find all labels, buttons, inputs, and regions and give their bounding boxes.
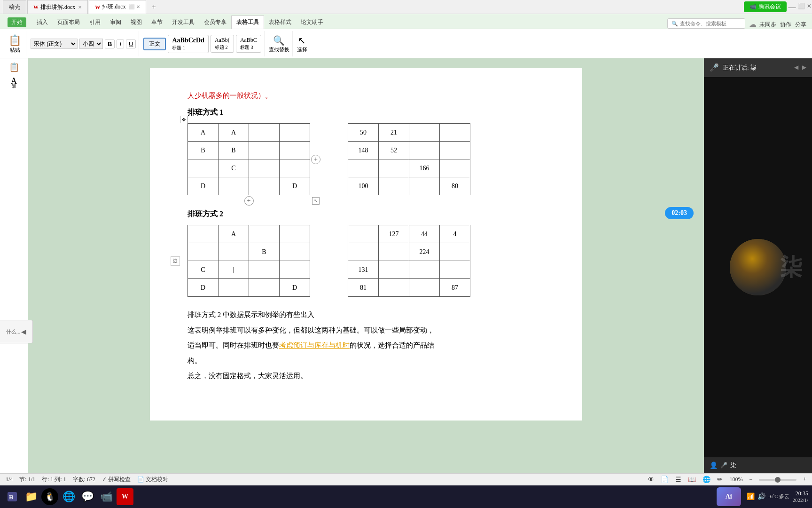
table-cell[interactable] — [379, 279, 409, 297]
paste-btn[interactable]: 📋 粘贴 — [7, 33, 23, 55]
italic-btn[interactable]: I — [117, 40, 124, 48]
ribbon-tab-ref[interactable]: 引用 — [85, 16, 105, 29]
table-cell[interactable] — [249, 225, 280, 243]
ribbon-tab-paper[interactable]: 论文助手 — [296, 16, 328, 29]
table-cell[interactable] — [379, 177, 409, 195]
table-cell[interactable] — [440, 124, 470, 142]
table-cell[interactable] — [280, 124, 310, 142]
ribbon-tab-insert[interactable]: 插入 — [32, 16, 53, 29]
taskbar-icon-wps[interactable]: W — [117, 488, 133, 505]
notification-panel[interactable]: 什么... ◀ — [0, 320, 33, 343]
arrow-left-icon[interactable]: ◀ — [794, 64, 798, 71]
table-cell[interactable]: A — [219, 124, 249, 142]
font-select[interactable]: 宋体 (正文) — [31, 39, 78, 49]
table-cell[interactable]: 52 — [379, 142, 409, 159]
table-cell[interactable]: 166 — [409, 159, 440, 177]
table-cell[interactable] — [379, 243, 409, 261]
table-cell[interactable]: C — [188, 261, 219, 279]
close-icon-1[interactable]: ✕ — [78, 5, 82, 10]
sync-btn[interactable]: 未同步 — [759, 21, 776, 29]
zoom-in-btn[interactable]: + — [803, 476, 806, 483]
table-cell[interactable]: B — [219, 142, 249, 159]
search-command[interactable]: 🔍 — [667, 18, 745, 29]
table-cell[interactable] — [409, 142, 440, 159]
table-cell[interactable] — [348, 243, 379, 261]
resize-handle[interactable]: ⤡ — [312, 197, 320, 205]
table-cell[interactable] — [348, 159, 379, 177]
table-cell[interactable] — [219, 279, 249, 297]
table-cell[interactable]: 80 — [440, 177, 470, 195]
ribbon-tab-review[interactable]: 审阅 — [105, 16, 126, 29]
table-cell[interactable] — [379, 159, 409, 177]
table-cell[interactable] — [280, 159, 310, 177]
select-btn[interactable]: ↖ 选择 — [297, 35, 307, 53]
table-cell[interactable]: | — [219, 261, 249, 279]
style-heading2[interactable]: AaBb( 标题 2 — [211, 35, 234, 53]
sidebar-paste[interactable]: 📋 — [9, 62, 19, 72]
bold-btn[interactable]: B — [105, 40, 115, 48]
share-btn[interactable]: 分享 — [795, 21, 806, 29]
table-cell[interactable] — [280, 225, 310, 243]
table-cell[interactable]: 44 — [409, 225, 440, 243]
proofreading-btn[interactable]: 📄 文档校对 — [137, 476, 168, 484]
ribbon-tab-start[interactable]: 开始 — [2, 16, 32, 29]
zoom-out-btn[interactable]: − — [749, 476, 752, 483]
doc-link[interactable]: 考虑预订与库存与机时 — [279, 341, 350, 349]
web-icon[interactable]: 🌐 — [703, 476, 710, 484]
find-replace-btn[interactable]: 🔍 查找替换 — [269, 35, 289, 53]
meeting-btn[interactable]: 📹 腾讯会议 — [744, 1, 787, 12]
table-cell[interactable]: 81 — [348, 279, 379, 297]
table-cell[interactable] — [409, 279, 440, 297]
table-cell[interactable]: C — [219, 159, 249, 177]
close-icon-2[interactable]: ✕ — [136, 4, 140, 9]
table-cell[interactable] — [219, 243, 249, 261]
table-cell[interactable]: 50 — [348, 124, 379, 142]
style-normal[interactable]: 正文 — [143, 38, 166, 50]
taskbar-icon-browser[interactable]: 🌐 — [60, 488, 77, 505]
ribbon-tab-dev[interactable]: 开发工具 — [167, 16, 199, 29]
reading-icon[interactable]: 📖 — [688, 476, 696, 484]
table-cell[interactable]: A — [219, 225, 249, 243]
ribbon-tab-view[interactable]: 视图 — [126, 16, 147, 29]
underline-btn[interactable]: U — [126, 40, 136, 48]
table-cell[interactable]: 87 — [440, 279, 470, 297]
maximize-icon[interactable]: ⬜ — [129, 4, 134, 9]
table-cell[interactable] — [379, 261, 409, 279]
taskbar-icon-wechat[interactable]: 💬 — [79, 488, 96, 505]
table-cell[interactable]: B — [188, 142, 219, 159]
table-cell[interactable]: D — [280, 279, 310, 297]
tab-draft[interactable]: 稿壳 — [3, 0, 26, 14]
taskbar-icon-folder[interactable]: 📁 — [23, 488, 39, 505]
new-tab-btn[interactable]: + — [147, 0, 161, 14]
table-cell[interactable] — [249, 261, 280, 279]
table-cell[interactable]: A — [188, 124, 219, 142]
table-cell[interactable] — [409, 124, 440, 142]
ai-button[interactable]: Ai — [717, 487, 741, 506]
zoom-slider[interactable] — [759, 479, 796, 481]
table-cell[interactable]: 4 — [440, 225, 470, 243]
table-cell[interactable] — [280, 142, 310, 159]
table-cell[interactable] — [440, 261, 470, 279]
ribbon-tab-layout[interactable]: 页面布局 — [53, 16, 85, 29]
spellcheck-btn[interactable]: ✓ 拼写检查 — [102, 476, 131, 484]
ribbon-tab-chapter[interactable]: 章节 — [147, 16, 167, 29]
search-input[interactable] — [680, 21, 741, 26]
tab-jianglie[interactable]: W 排班讲解.docx ✕ — [27, 0, 88, 14]
table-cell[interactable] — [409, 261, 440, 279]
table-cell[interactable] — [440, 159, 470, 177]
style-heading3[interactable]: AaBbC 标题 3 — [236, 35, 261, 53]
table-cell[interactable] — [188, 243, 219, 261]
tab-paiban[interactable]: W 排班.docx ⬜ ✕ — [89, 0, 146, 14]
table-cell[interactable]: B — [249, 243, 280, 261]
collab-btn[interactable]: 协作 — [780, 21, 791, 29]
table-cell[interactable]: 21 — [379, 124, 409, 142]
table-cell[interactable] — [440, 243, 470, 261]
outline-icon[interactable]: ☰ — [675, 476, 681, 484]
table-cell[interactable] — [249, 142, 280, 159]
taskbar-icon-meeting[interactable]: 📹 — [98, 488, 115, 505]
taskbar-icon-penguin[interactable]: 🐧 — [41, 488, 58, 505]
table-cell[interactable]: 127 — [379, 225, 409, 243]
table-cell[interactable] — [409, 177, 440, 195]
table-cell[interactable]: D — [188, 279, 219, 297]
table-cell[interactable] — [249, 159, 280, 177]
